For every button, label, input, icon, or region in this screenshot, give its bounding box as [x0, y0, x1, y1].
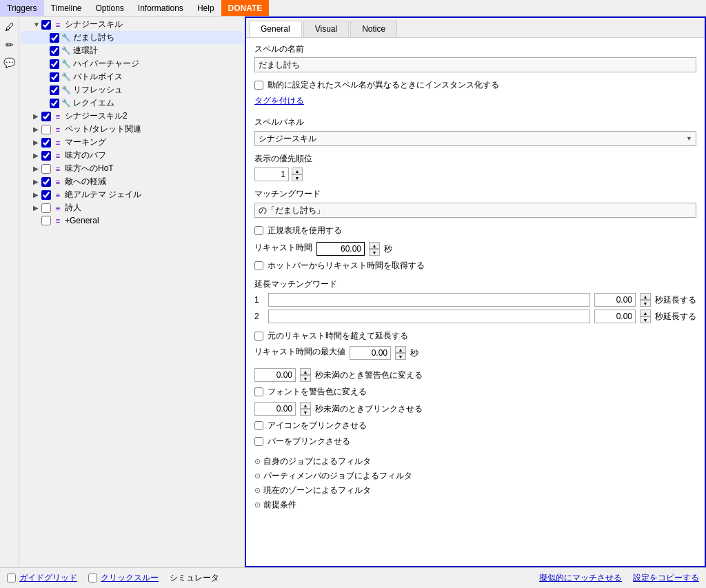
tree-item-renkankei[interactable]: 🔧 連環計	[21, 44, 243, 57]
checkbox-12[interactable]	[41, 177, 51, 187]
tree-item-marking[interactable]: ▶ ≡ マーキング	[21, 136, 243, 149]
matching-word-label: マッチングワード	[254, 188, 696, 200]
warning-up[interactable]: ▲	[300, 368, 311, 375]
blink-down[interactable]: ▼	[300, 409, 311, 416]
checkbox-1[interactable]	[50, 33, 59, 43]
expand-icon-0[interactable]: ▼	[33, 21, 41, 28]
extend-up-2[interactable]: ▲	[640, 310, 651, 316]
checkbox-5[interactable]	[50, 85, 59, 95]
extend-spinner-1[interactable]	[594, 293, 636, 307]
checkbox-0[interactable]	[41, 20, 51, 30]
checkbox-8[interactable]	[41, 125, 51, 134]
extend-up-1[interactable]: ▲	[640, 293, 651, 300]
checkbox-3[interactable]	[50, 59, 59, 69]
hotbar-checkbox[interactable]	[254, 261, 263, 270]
menu-informations[interactable]: Informations	[131, 0, 190, 16]
tree-item-synergy2[interactable]: ▶ ≡ シナジースキル2	[21, 110, 243, 123]
tree-item-hyper[interactable]: 🔧 ハイパーチャージ	[21, 57, 243, 70]
extend-down-1[interactable]: ▼	[640, 300, 651, 307]
tree-item-hot[interactable]: ▶ ≡ 味方へのHoT	[21, 162, 243, 175]
copy-settings-link[interactable]: 設定をコピーする	[633, 572, 699, 584]
guide-grid-checkbox[interactable]	[7, 574, 16, 582]
max-recast-up[interactable]: ▲	[395, 346, 406, 353]
expand-icon-12[interactable]: ▶	[33, 178, 41, 185]
spell-name-input[interactable]	[254, 57, 696, 72]
similar-match-link[interactable]: 擬似的にマッチさせる	[539, 572, 622, 584]
tab-visual[interactable]: Visual	[303, 21, 349, 37]
expand-icon-14[interactable]: ▶	[33, 204, 41, 212]
tab-notice[interactable]: Notice	[350, 21, 397, 37]
chat-icon[interactable]: 💬	[2, 55, 17, 70]
click-through-label[interactable]: クリックスルー	[101, 572, 159, 584]
zone-filter-row[interactable]: ⊙ 現在のゾーンによるフィルタ	[254, 485, 696, 496]
spell-panel-select[interactable]: シナジースキル	[254, 131, 696, 146]
tree-area[interactable]: ▼ ≡ シナジースキル 🔧 だまし討ち 🔧 連環計	[19, 17, 245, 567]
checkbox-13[interactable]	[41, 190, 51, 200]
blink-spinner-input[interactable]	[254, 402, 296, 416]
menu-help[interactable]: Help	[190, 0, 221, 16]
recast-down-button[interactable]: ▼	[369, 249, 380, 256]
extend-spinner-2[interactable]	[594, 310, 636, 323]
max-recast-input[interactable]	[350, 346, 391, 360]
guide-grid-label[interactable]: ガイドグリッド	[19, 572, 77, 584]
regex-checkbox[interactable]	[254, 226, 263, 235]
expand-icon-11[interactable]: ▶	[33, 165, 41, 172]
tree-item-synergy-skill[interactable]: ▼ ≡ シナジースキル	[21, 18, 243, 31]
pre-condition-row[interactable]: ⊙ 前提条件	[254, 499, 696, 511]
instance-checkbox[interactable]	[254, 81, 263, 90]
priority-up-button[interactable]: ▲	[292, 168, 303, 174]
checkbox-7[interactable]	[41, 112, 51, 121]
tree-item-requiem[interactable]: 🔧 レクイエム	[21, 97, 243, 110]
tree-item-refresh[interactable]: 🔧 リフレッシュ	[21, 83, 243, 97]
expand-icon-9[interactable]: ▶	[33, 139, 41, 146]
warning-down[interactable]: ▼	[300, 375, 311, 382]
extend-input-1[interactable]	[268, 293, 590, 307]
edit-icon[interactable]: 🖊	[2, 19, 17, 34]
tree-item-general[interactable]: ≡ +General	[21, 214, 243, 227]
tree-item-battlevoice[interactable]: 🔧 バトルボイス	[21, 70, 243, 83]
checkbox-4[interactable]	[50, 72, 59, 82]
checkbox-11[interactable]	[41, 164, 51, 174]
menu-triggers[interactable]: Triggers	[0, 0, 44, 16]
tree-item-mitigation[interactable]: ▶ ≡ 敵への軽減	[21, 175, 243, 188]
bar-blink-checkbox[interactable]	[254, 437, 263, 446]
warning-spinner-input[interactable]	[254, 368, 296, 382]
tab-general[interactable]: General	[249, 21, 302, 37]
font-warning-checkbox[interactable]	[254, 387, 263, 396]
bar-blink-label: バーをブリンクさせる	[268, 436, 350, 447]
icon-blink-checkbox[interactable]	[254, 421, 263, 430]
checkbox-15[interactable]	[41, 216, 51, 225]
max-recast-down[interactable]: ▼	[395, 353, 406, 360]
checkbox-10[interactable]	[41, 151, 51, 161]
expand-icon-10[interactable]: ▶	[33, 152, 41, 159]
recast-input[interactable]	[316, 242, 365, 256]
pencil-icon[interactable]: ✏	[2, 37, 17, 52]
overextend-checkbox[interactable]	[254, 332, 263, 341]
expand-icon-13[interactable]: ▶	[33, 191, 41, 199]
recast-up-button[interactable]: ▲	[369, 242, 380, 249]
tree-item-jail[interactable]: ▶ ≡ 絶アルテマ ジェイル	[21, 188, 243, 201]
priority-input[interactable]	[254, 168, 289, 181]
priority-down-button[interactable]: ▼	[292, 174, 303, 181]
donate-button[interactable]: DONATE	[221, 0, 270, 16]
tree-item-pet[interactable]: ▶ ≡ ペット/タレット関連	[21, 123, 243, 136]
extend-input-2[interactable]	[268, 310, 590, 323]
menu-timeline[interactable]: Timeline	[44, 0, 89, 16]
expand-icon-8[interactable]: ▶	[33, 125, 41, 133]
click-through-checkbox[interactable]	[88, 574, 97, 582]
checkbox-6[interactable]	[50, 99, 59, 108]
checkbox-2[interactable]	[50, 46, 59, 56]
checkbox-9[interactable]	[41, 138, 51, 148]
expand-icon-7[interactable]: ▶	[33, 112, 41, 120]
matching-word-input[interactable]	[254, 203, 696, 218]
tree-item-damashi[interactable]: 🔧 だまし討ち	[21, 31, 243, 44]
job-filter-row[interactable]: ⊙ 自身のジョブによるフィルタ	[254, 456, 696, 467]
extend-down-2[interactable]: ▼	[640, 316, 651, 323]
party-filter-row[interactable]: ⊙ パーティメンバのジョブによるフィルタ	[254, 470, 696, 482]
tag-link[interactable]: タグを付ける	[254, 95, 304, 107]
checkbox-14[interactable]	[41, 203, 51, 213]
blink-up[interactable]: ▲	[300, 402, 311, 409]
tree-item-bard[interactable]: ▶ ≡ 詩人	[21, 201, 243, 214]
menu-options[interactable]: Options	[88, 0, 130, 16]
tree-item-ally-buff[interactable]: ▶ ≡ 味方のバフ	[21, 149, 243, 162]
